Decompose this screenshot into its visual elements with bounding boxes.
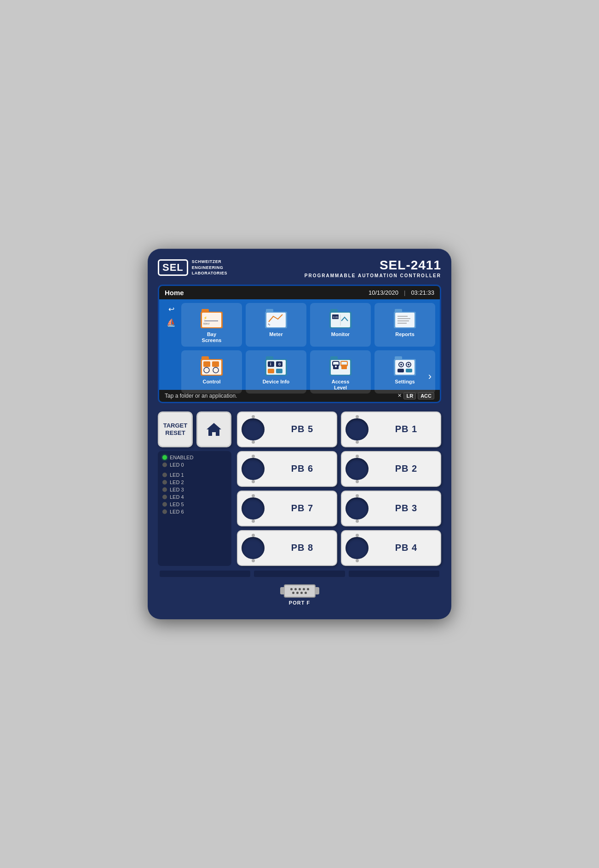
meter-label: Meter: [269, 331, 282, 337]
led-5-row: LED 5: [162, 502, 227, 507]
bay-screens-icon: ⚡ 69kV: [199, 307, 225, 330]
pb5-led-bottom: [252, 440, 255, 444]
screen-nav: ↩ ⛵: [164, 303, 179, 327]
led-panel: ENABLED LED 0 LED 1 LED 2 LED 3: [158, 451, 231, 566]
pin: [303, 588, 305, 590]
pb6-circle: [242, 458, 265, 480]
screen-time: 03:21:33: [411, 289, 434, 296]
svg-rect-2: [202, 313, 221, 327]
led-5-label: LED 5: [170, 502, 184, 507]
led-2-dot: [162, 480, 167, 485]
app-reports[interactable]: Reports: [374, 303, 435, 346]
pb3-led-bottom: [356, 520, 359, 523]
pb6-circle-area: [238, 452, 268, 486]
pb4-led-bottom: [356, 559, 359, 562]
app-meter[interactable]: ∿ Meter: [246, 303, 306, 346]
pb6-led-top: [252, 455, 255, 458]
pb4-label: PB 4: [372, 542, 440, 553]
led-0-row: LED 0: [162, 462, 227, 468]
pb3-button[interactable]: PB 3: [341, 491, 441, 526]
svg-rect-26: [203, 361, 210, 367]
pb5-label: PB 5: [268, 424, 336, 434]
device-header: SEL SCHWEITZER ENGINEERING LABORATORIES …: [158, 259, 441, 278]
led-enabled-dot: [162, 455, 167, 460]
pb1-label: PB 1: [372, 424, 440, 434]
port-pin-row-2: [292, 592, 307, 594]
back-icon[interactable]: ↩: [164, 305, 179, 314]
pb6-led-bottom: [252, 480, 255, 483]
led-3-dot: [162, 487, 167, 492]
port-f-connector[interactable]: [284, 584, 316, 598]
port-f-section: PORT F: [158, 584, 441, 605]
reports-label: Reports: [395, 331, 415, 337]
chevron-right-icon[interactable]: ›: [428, 371, 432, 383]
pb2-led-top: [356, 455, 359, 458]
led-2-row: LED 2: [162, 480, 227, 485]
device-subtitle: PROGRAMMABLE AUTOMATION CONTROLLER: [305, 273, 441, 278]
svg-text:⚡: ⚡: [203, 316, 207, 320]
badge-acc[interactable]: ACC: [418, 392, 434, 400]
app-bay-screens[interactable]: ⚡ 69kV BayScreens: [181, 303, 242, 346]
pb4-circle-area: [342, 531, 372, 565]
pb7-circle-area: [238, 491, 268, 525]
pb3-circle: [346, 497, 369, 520]
svg-rect-18: [395, 313, 415, 327]
pb1-led-top: [356, 415, 359, 418]
pb2-button[interactable]: PB 2: [341, 451, 441, 487]
home-screen-icon[interactable]: ⛵: [164, 318, 179, 327]
pin: [290, 588, 293, 590]
port-pin-row-1: [290, 588, 309, 590]
svg-rect-31: [266, 356, 273, 360]
pb2-led-bottom: [356, 480, 359, 483]
led-0-label: LED 0: [170, 462, 184, 468]
target-home-row: TARGETRESET: [158, 411, 231, 447]
logo-area: SEL SCHWEITZER ENGINEERING LABORATORIES: [158, 259, 227, 276]
pb-grid: PB 5 PB 1 PB 6: [237, 411, 441, 566]
pb8-label: PB 8: [268, 542, 336, 553]
led-1-label: LED 1: [170, 472, 184, 478]
svg-rect-11: [330, 309, 338, 313]
pb6-button[interactable]: PB 6: [237, 451, 337, 487]
home-button[interactable]: [196, 411, 231, 447]
pb8-button[interactable]: PB 8: [237, 530, 337, 566]
screen-datetime: 10/13/2020 | 03:21:33: [369, 289, 434, 296]
pb7-button[interactable]: PB 7: [237, 491, 337, 526]
bottom-strip: [158, 571, 441, 577]
svg-point-51: [400, 364, 402, 365]
monitor-icon: 0.81: [328, 307, 353, 330]
pin: [299, 588, 301, 590]
screen-title: Home: [165, 289, 184, 297]
led-3-row: LED 3: [162, 487, 227, 492]
led-4-label: LED 4: [170, 494, 184, 500]
pb5-button[interactable]: PB 5: [237, 411, 337, 447]
bottom-slot-right: [349, 571, 439, 577]
svg-point-44: [335, 365, 337, 367]
app-monitor[interactable]: 0.81 Monitor: [310, 303, 371, 346]
pb1-button[interactable]: PB 1: [341, 411, 441, 447]
pb4-led-top: [356, 534, 359, 537]
pin: [305, 592, 307, 594]
port-f-label: PORT F: [289, 600, 310, 605]
led-2-label: LED 2: [170, 480, 184, 485]
svg-rect-1: [202, 309, 209, 313]
bottom-slot-left: [160, 571, 250, 577]
pb2-circle: [346, 458, 369, 480]
pb8-circle-area: [238, 531, 268, 565]
pb7-label: PB 7: [268, 503, 336, 514]
pb2-circle-area: [342, 452, 372, 486]
svg-rect-27: [212, 361, 219, 367]
screen-body: ↩ ⛵ ⚡ 69kV: [159, 299, 440, 386]
led-enabled-label: ENABLED: [170, 455, 193, 460]
device-title: SEL-2411 PROGRAMMABLE AUTOMATION CONTROL…: [305, 259, 441, 278]
pb8-led-top: [252, 534, 255, 537]
pb5-circle-area: [238, 412, 268, 446]
badge-lr[interactable]: LR: [403, 392, 416, 400]
home-icon: [206, 421, 222, 438]
monitor-label: Monitor: [331, 331, 350, 337]
pb1-circle-area: [342, 412, 372, 446]
svg-text:0.81: 0.81: [333, 316, 339, 319]
pb4-button[interactable]: PB 4: [341, 530, 441, 566]
screen-titlebar: Home 10/13/2020 | 03:21:33: [159, 286, 440, 299]
led-6-row: LED 6: [162, 509, 227, 514]
target-reset-button[interactable]: TARGETRESET: [158, 411, 193, 447]
